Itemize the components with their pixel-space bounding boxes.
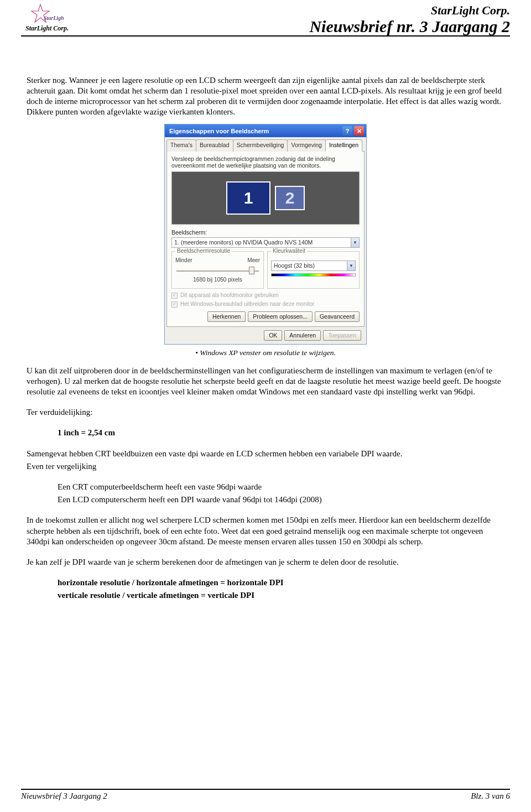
slider-min-label: Minder <box>175 257 192 264</box>
color-group: Kleurkwaliteit Hoogst (32 bits) ▼ <box>267 251 360 289</box>
close-button[interactable]: ✕ <box>354 126 364 136</box>
inch-cm: 1 inch = 2,54 cm <box>58 428 504 438</box>
monitor-preview[interactable]: 1 2 <box>171 171 360 225</box>
monitor-1[interactable]: 1 <box>226 181 270 215</box>
chevron-down-icon[interactable]: ▼ <box>347 261 355 270</box>
clarify-label: Ter verduidelijking: <box>27 407 504 418</box>
help-button[interactable]: ? <box>342 126 352 136</box>
page-footer: Nieuwsbrief 3 Jaargang 2 Blz. 3 van 6 <box>21 789 510 801</box>
dialog-title: Eigenschappen voor Beeldscherm <box>169 127 269 135</box>
paragraph-calc: Je kan zelf je DPI waarde van je scherm … <box>27 557 504 568</box>
figure-caption: • Windows XP venster om resolutie te wij… <box>27 348 504 357</box>
monitor-2[interactable]: 2 <box>275 186 305 210</box>
checkbox-group: ✓Dit apparaat als hoofdmonitor gebruiken… <box>171 292 360 308</box>
dialog-titlebar: Eigenschappen voor Beeldscherm ? ✕ <box>165 124 366 137</box>
paragraph-summary-b: Even ter vergelijking <box>27 461 504 472</box>
color-title: Kleurkwaliteit <box>271 248 307 255</box>
bullet-crt: Een CRT computerbeeldscherm heeft een va… <box>58 482 504 492</box>
identify-button[interactable]: Herkennen <box>207 311 246 322</box>
tab-desktop[interactable]: Bureaublad <box>196 139 233 151</box>
resolution-group: Beeldschermresolutie Minder Meer 1680 bi… <box>171 251 264 289</box>
formula-h: horizontale resolutie / horizontale afme… <box>58 577 504 588</box>
footer-left: Nieuwsbrief 3 Jaargang 2 <box>21 792 107 801</box>
paragraph-future: In de toekomst zullen er allicht nog wel… <box>27 515 504 547</box>
svg-text:StarLight: StarLight <box>44 15 64 21</box>
checkbox-primary[interactable]: ✓ <box>171 293 178 299</box>
star-icon: StarLight <box>30 3 64 23</box>
logo-subtitle: StarLight Corp. <box>25 24 69 33</box>
resolution-title: Beeldschermresolutie <box>175 248 232 255</box>
chk1-label: Dit apparaat als hoofdmonitor gebruiken <box>180 292 279 299</box>
paragraph-tryout: U kan dit zelf uitproberen door in de be… <box>27 366 504 398</box>
display-label: Beeldscherm: <box>171 229 360 236</box>
color-gradient-preview <box>271 273 356 277</box>
header-company: StarLight Corp. <box>309 3 510 18</box>
content: Sterker nog. Wanneer je een lagere resol… <box>0 37 531 601</box>
color-combo[interactable]: Hoogst (32 bits) ▼ <box>271 261 356 271</box>
dialog-tabs: Thema's Bureaublad Schermbeveiliging Vor… <box>166 139 365 151</box>
header-newsletter: Nieuwsbrief nr. 3 Jaargang 2 <box>309 18 510 35</box>
chevron-down-icon[interactable]: ▼ <box>351 238 359 247</box>
troubleshoot-button[interactable]: Probleem oplossen... <box>248 311 313 322</box>
paragraph-intro: Sterker nog. Wanneer je een lagere resol… <box>27 75 504 118</box>
display-combo[interactable]: 1. (meerdere monitors) op NVIDIA Quadro … <box>171 237 360 248</box>
dialog-instructions: Versleep de beeldschermpictogrammen zoda… <box>171 155 360 169</box>
header-title: StarLight Corp. Nieuwsbrief nr. 3 Jaarga… <box>309 3 510 35</box>
paragraph-summary-a: Samengevat hebben CRT beeldbuizen een va… <box>27 449 504 459</box>
chk2-label: Het Windows-bureaublad uitbreiden naar d… <box>180 301 314 308</box>
advanced-button[interactable]: Geavanceerd <box>315 311 360 322</box>
tab-themes[interactable]: Thema's <box>166 139 196 151</box>
logo: StarLight StarLight Corp. <box>21 3 69 33</box>
color-value: Hoogst (32 bits) <box>272 262 347 269</box>
cancel-button[interactable]: Annuleren <box>284 330 321 341</box>
bullet-lcd: Een LCD computerscherm heeft een DPI waa… <box>58 495 504 505</box>
tab-appearance[interactable]: Vormgeving <box>287 139 325 151</box>
tab-screensaver[interactable]: Schermbeveiliging <box>233 139 288 151</box>
footer-right: Blz. 3 van 6 <box>471 792 510 801</box>
ok-button[interactable]: OK <box>264 330 282 341</box>
apply-button[interactable]: Toepassen <box>323 330 361 341</box>
resolution-slider[interactable] <box>176 267 259 274</box>
tab-settings[interactable]: Instellingen <box>325 139 362 151</box>
checkbox-extend[interactable]: ✓ <box>171 301 178 308</box>
display-properties-dialog: Eigenschappen voor Beeldscherm ? ✕ Thema… <box>164 124 367 345</box>
display-value: 1. (meerdere monitors) op NVIDIA Quadro … <box>172 239 351 246</box>
slider-max-label: Meer <box>247 257 260 264</box>
formula-v: verticale resolutie / verticale afmeting… <box>58 590 504 601</box>
page-header: StarLight StarLight Corp. StarLight Corp… <box>21 0 510 37</box>
resolution-value: 1680 bij 1050 pixels <box>175 277 260 284</box>
